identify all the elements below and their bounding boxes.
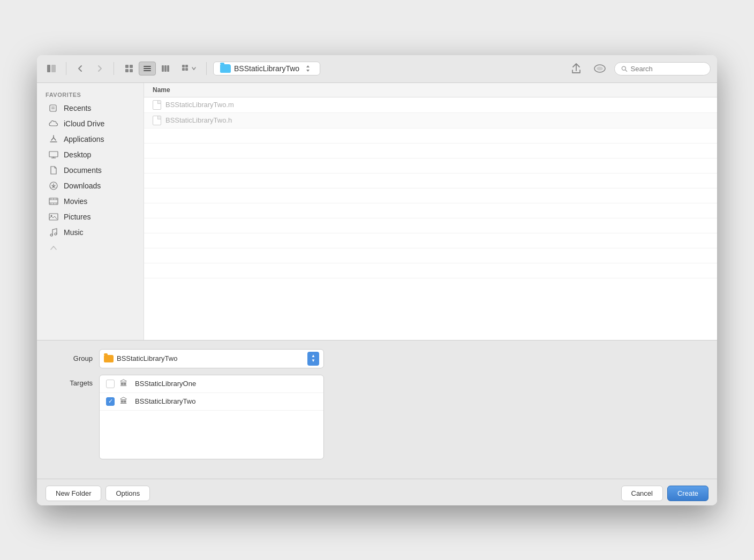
share-button[interactable] <box>567 61 585 76</box>
main-content: Favorites Recents iCloud Drive <box>37 83 717 340</box>
target-lib2-name: BSStaticLibraryTwo <box>135 397 195 405</box>
file-icon <box>153 100 161 110</box>
movies-label: Movies <box>64 197 87 206</box>
svg-point-18 <box>622 66 625 70</box>
svg-rect-8 <box>144 70 151 71</box>
music-label: Music <box>64 228 84 237</box>
name-column-header: Name <box>153 86 170 94</box>
group-value: BSStaticLibraryTwo <box>117 354 304 362</box>
sidebar-item-documents[interactable]: Documents <box>40 163 140 178</box>
svg-rect-11 <box>167 65 169 72</box>
svg-rect-5 <box>130 69 133 72</box>
search-box <box>614 62 711 75</box>
svg-rect-2 <box>125 65 129 68</box>
options-button[interactable]: Options <box>105 486 150 501</box>
divider <box>66 62 66 75</box>
action-left: New Folder Options <box>46 486 150 501</box>
empty-row <box>144 173 717 188</box>
location-stepper-icon <box>305 64 311 73</box>
svg-rect-4 <box>125 69 129 72</box>
sidebar-toggle-button[interactable] <box>43 62 59 75</box>
downloads-label: Downloads <box>64 181 101 190</box>
target-lib1-name: BSStaticLibraryOne <box>135 380 196 388</box>
empty-row <box>144 143 717 158</box>
target-empty-space <box>100 411 323 459</box>
recents-label: Recents <box>64 104 91 112</box>
sidebar-item-desktop[interactable]: Desktop <box>40 147 140 162</box>
svg-rect-10 <box>164 65 167 72</box>
sidebar-item-applications[interactable]: Applications <box>40 132 140 147</box>
svg-rect-1 <box>51 65 56 72</box>
target-row-lib2[interactable]: 🏛 BSStaticLibraryTwo <box>100 393 323 411</box>
group-folder-icon <box>104 355 114 362</box>
file-row[interactable]: BSStaticLibraryTwo.m <box>144 97 717 113</box>
recents-icon <box>49 103 58 113</box>
empty-row <box>144 128 717 143</box>
file-list: Name BSStaticLibraryTwo.m BSStaticLibrar… <box>144 83 717 340</box>
desktop-label: Desktop <box>64 150 91 159</box>
column-view-button[interactable] <box>157 62 174 75</box>
forward-button[interactable] <box>92 62 107 75</box>
list-view-button[interactable] <box>139 62 156 75</box>
group-label: Group <box>50 354 93 362</box>
group-select[interactable]: BSStaticLibraryTwo ▲ ▼ <box>99 349 324 368</box>
file-name: BSStaticLibraryTwo.m <box>165 101 234 109</box>
sidebar-item-recents[interactable]: Recents <box>40 101 140 116</box>
targets-label: Targets <box>50 375 93 387</box>
svg-rect-3 <box>130 65 133 68</box>
file-list-header: Name <box>144 83 717 97</box>
empty-row <box>144 203 717 218</box>
search-icon <box>621 65 628 72</box>
back-button[interactable] <box>73 62 88 75</box>
svg-rect-9 <box>162 65 164 72</box>
documents-icon <box>49 165 58 175</box>
more-icon <box>49 243 58 253</box>
new-folder-button[interactable]: New Folder <box>46 486 101 501</box>
music-icon <box>49 228 58 237</box>
svg-rect-27 <box>49 152 58 157</box>
toolbar: BSStaticLibraryTwo <box>37 55 717 83</box>
stepper-up-icon: ▲ <box>311 354 315 358</box>
empty-row <box>144 233 717 248</box>
create-button[interactable]: Create <box>667 486 708 501</box>
svg-rect-12 <box>182 65 185 67</box>
icloud-label: iCloud Drive <box>64 119 104 128</box>
sidebar-item-icloud[interactable]: iCloud Drive <box>40 116 140 131</box>
sidebar-item-pictures[interactable]: Pictures <box>40 209 140 224</box>
cancel-button[interactable]: Cancel <box>621 486 663 501</box>
svg-rect-6 <box>144 66 151 67</box>
target-checkbox-lib2[interactable] <box>106 397 115 406</box>
tag-button[interactable] <box>590 62 610 75</box>
pictures-icon <box>49 212 58 222</box>
icon-view-button[interactable] <box>120 62 138 75</box>
target-checkbox-lib1[interactable] <box>106 380 115 388</box>
location-selector[interactable]: BSStaticLibraryTwo <box>213 62 320 75</box>
group-stepper[interactable]: ▲ ▼ <box>307 352 319 366</box>
svg-rect-20 <box>50 105 56 111</box>
svg-point-44 <box>55 233 57 235</box>
svg-line-25 <box>54 138 56 140</box>
stepper-down-icon: ▼ <box>311 359 315 363</box>
documents-label: Documents <box>64 166 102 175</box>
search-input[interactable] <box>631 65 704 73</box>
empty-row <box>144 218 717 233</box>
file-name: BSStaticLibraryTwo.h <box>165 116 232 124</box>
pictures-label: Pictures <box>64 213 91 221</box>
sidebar-item-movies[interactable]: Movies <box>40 194 140 209</box>
downloads-icon <box>49 181 58 191</box>
target-lib1-icon: 🏛 <box>120 379 130 389</box>
movies-icon <box>49 196 58 206</box>
sidebar-item-more[interactable] <box>40 240 140 255</box>
action-bar: New Folder Options Cancel Create <box>37 479 717 505</box>
sidebar-item-downloads[interactable]: Downloads <box>40 178 140 193</box>
file-row[interactable]: BSStaticLibraryTwo.h <box>144 113 717 128</box>
target-row-lib1[interactable]: 🏛 BSStaticLibraryOne <box>100 375 323 393</box>
gallery-view-button[interactable] <box>178 62 200 75</box>
divider <box>114 62 114 75</box>
bottom-panel: Group BSStaticLibraryTwo ▲ ▼ Targets 🏛 B… <box>37 340 717 479</box>
svg-line-24 <box>51 138 54 140</box>
sidebar: Favorites Recents iCloud Drive <box>37 83 144 340</box>
divider <box>206 62 207 75</box>
svg-rect-7 <box>144 68 151 69</box>
sidebar-item-music[interactable]: Music <box>40 225 140 240</box>
